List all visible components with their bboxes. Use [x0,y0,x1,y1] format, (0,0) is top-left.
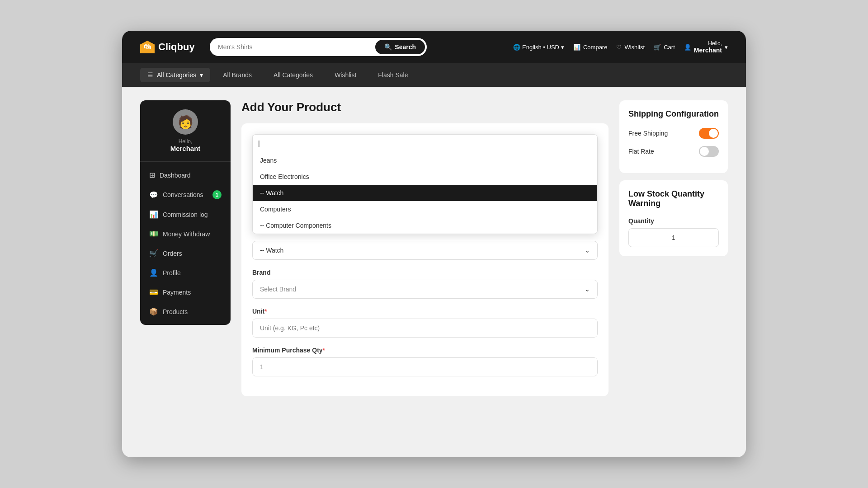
sidebar: 🧑 Hello, Merchant ⊞ Dashboard 💬 Conversa… [140,100,231,325]
dropdown-option-watch[interactable]: -- Watch [253,185,597,201]
nav-flash-sale[interactable]: Flash Sale [369,68,417,82]
navbar: ☰ All Categories ▾ All Brands All Catego… [122,63,746,87]
unit-input[interactable] [252,319,598,338]
header-actions: 🌐 English • USD ▾ 📊 Compare ♡ Wishlist 🛒… [513,40,728,54]
logo-icon: 🛍 [140,41,155,53]
sidebar-item-money-withdraw[interactable]: 💵 Money Withdraw [140,224,231,244]
sidebar-item-orders[interactable]: 🛒 Orders [140,244,231,263]
nav-wishlist[interactable]: Wishlist [326,68,365,82]
sidebar-item-conversations[interactable]: 💬 Conversations 1 [140,185,231,205]
cart-icon: 🛒 [654,44,661,51]
sidebar-item-profile[interactable]: 👤 Profile [140,263,231,282]
avatar: 🧑 [173,109,198,135]
profile-icon: 👤 [149,268,158,277]
user-info: Hello, Merchant [694,40,722,54]
dropdown-list: Jeans Office Electronics -- Watch Comput… [253,152,597,234]
sidebar-item-label: Orders [163,250,182,257]
page-title: Add Your Product [241,100,609,114]
language-selector[interactable]: 🌐 English • USD ▾ [513,44,564,51]
flat-rate-label: Flat Rate [628,148,654,155]
low-stock-card: Low Stock Quantity Warning Quantity 1 [619,180,728,256]
sidebar-item-label: Payments [163,289,191,296]
unit-group: Unit* [252,308,598,338]
brand-label: Brand [252,269,598,276]
quantity-display[interactable]: 1 [628,228,719,247]
main-content: Add Your Product Pr Jeans Office Electro… [241,100,609,444]
flat-rate-row: Flat Rate [628,146,719,157]
search-bar: 🔍 Search [210,38,427,56]
sidebar-item-label: Conversations [163,191,203,198]
dashboard-icon: ⊞ [149,171,155,179]
brand-dropdown[interactable]: Select Brand ⌄ [252,280,598,299]
dropdown-option-computer-components[interactable]: -- Computer Components [253,217,597,234]
globe-icon: 🌐 [513,44,520,51]
account-lists-chevron: ▾ [725,44,728,51]
sidebar-profile: 🧑 Hello, Merchant [140,100,231,162]
dropdown-search-row [253,135,597,152]
min-purchase-label: Minimum Purchase Qty* [252,347,598,354]
sidebar-item-label: Money Withdraw [163,230,210,238]
min-purchase-group: Minimum Purchase Qty* [252,347,598,376]
flat-rate-toggle[interactable] [699,146,719,157]
toggle-thumb [700,147,709,156]
sidebar-item-label: Commission log [163,211,208,218]
dropdown-option-computers[interactable]: Computers [253,201,597,217]
sidebar-item-label: Profile [163,269,181,277]
shipping-card: Shipping Configuration Free Shipping Fla… [619,100,728,173]
low-stock-title: Low Stock Quantity Warning [628,189,719,208]
chevron-down-icon: ▾ [200,71,203,79]
compare-link[interactable]: 📊 Compare [573,44,607,51]
dropdown-search-input[interactable] [258,140,267,147]
cart-link[interactable]: 🛒 Cart [654,44,675,51]
all-categories-button[interactable]: ☰ All Categories ▾ [140,68,210,82]
compare-icon: 📊 [573,44,580,51]
sidebar-item-label: Dashboard [160,172,191,179]
shipping-title: Shipping Configuration [628,109,719,119]
header: 🛍 Cliqbuy 🔍 Search 🌐 English • USD ▾ 📊 C… [122,31,746,63]
heart-icon: ♡ [616,44,622,51]
min-purchase-input[interactable] [252,357,598,376]
right-panel: Shipping Configuration Free Shipping Fla… [619,100,728,444]
products-icon: 📦 [149,307,158,316]
quantity-label: Quantity [628,217,719,225]
user-menu[interactable]: 👤 Hello, Merchant ▾ [684,40,728,54]
category-dropdown-trigger[interactable]: -- Watch ⌄ [252,241,598,260]
free-shipping-row: Free Shipping [628,128,719,139]
chevron-down-icon: ▾ [561,44,564,51]
content: 🧑 Hello, Merchant ⊞ Dashboard 💬 Conversa… [122,87,746,457]
sidebar-item-label: Products [163,308,188,315]
product-form: Pr Jeans Office Electronics -- Watch Com… [241,123,609,396]
chevron-down-icon: ⌄ [585,286,590,293]
sidebar-item-dashboard[interactable]: ⊞ Dashboard [140,165,231,185]
category-dropdown-wrapper: Pr Jeans Office Electronics -- Watch Com… [252,134,598,260]
conversations-icon: 💬 [149,191,158,199]
user-icon: 👤 [684,44,691,51]
payments-icon: 💳 [149,288,158,296]
commission-icon: 📊 [149,210,158,219]
unit-label: Unit* [252,308,598,315]
dropdown-option-jeans[interactable]: Jeans [253,152,597,169]
money-icon: 💵 [149,230,158,238]
search-input[interactable] [210,39,373,55]
toggle-thumb [709,129,718,138]
logo-text: Cliqbuy [158,41,195,53]
category-dropdown-overlay: Jeans Office Electronics -- Watch Comput… [252,134,598,234]
dropdown-option-office-electronics[interactable]: Office Electronics [253,169,597,185]
conversations-badge: 1 [212,190,222,199]
sidebar-menu: ⊞ Dashboard 💬 Conversations 1 📊 Commissi… [140,162,231,325]
search-icon: 🔍 [384,43,392,51]
free-shipping-toggle[interactable] [699,128,719,139]
logo[interactable]: 🛍 Cliqbuy [140,41,199,53]
nav-all-brands[interactable]: All Brands [214,68,261,82]
sidebar-item-products[interactable]: 📦 Products [140,302,231,321]
sidebar-item-payments[interactable]: 💳 Payments [140,282,231,302]
hamburger-icon: ☰ [147,71,153,79]
brand-group: Brand Select Brand ⌄ [252,269,598,299]
free-shipping-label: Free Shipping [628,130,668,137]
search-button[interactable]: 🔍 Search [374,39,426,55]
wishlist-link[interactable]: ♡ Wishlist [616,44,645,51]
chevron-down-icon: ⌄ [585,247,590,254]
nav-all-categories[interactable]: All Categories [264,68,322,82]
orders-icon: 🛒 [149,249,158,258]
sidebar-item-commission-log[interactable]: 📊 Commission log [140,205,231,224]
